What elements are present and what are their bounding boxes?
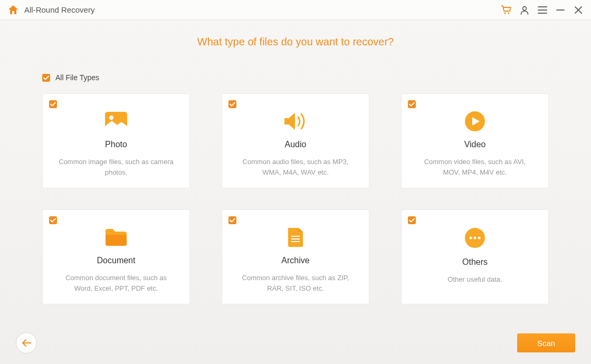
title-bar: All-Round Recovery	[0, 0, 591, 20]
card-video-title: Video	[464, 140, 486, 149]
card-photo-title: Photo	[105, 140, 127, 149]
all-file-types-checkbox[interactable]	[42, 74, 50, 82]
audio-icon	[283, 110, 308, 132]
cards-grid: Photo Common image files, such as camera…	[42, 93, 549, 304]
card-document-title: Document	[97, 256, 136, 265]
folder-icon	[104, 226, 128, 248]
card-photo[interactable]: Photo Common image files, such as camera…	[42, 93, 190, 188]
home-icon[interactable]	[7, 5, 19, 15]
card-video-checkbox[interactable]	[408, 100, 416, 108]
cart-icon[interactable]	[501, 5, 512, 15]
card-photo-desc: Common image files, such as camera photo…	[58, 157, 174, 177]
scan-button[interactable]: Scan	[517, 333, 575, 352]
user-icon[interactable]	[519, 5, 530, 15]
back-button[interactable]	[16, 332, 37, 353]
svg-point-2	[523, 6, 527, 10]
card-others-title: Others	[462, 257, 488, 267]
app-title: All-Round Recovery	[24, 5, 94, 14]
card-photo-checkbox[interactable]	[49, 100, 57, 108]
card-archive-desc: Common archive files, such as ZIP, RAR, …	[237, 273, 354, 293]
card-others-desc: Other useful data.	[447, 274, 502, 285]
svg-point-16	[470, 237, 472, 240]
card-audio-desc: Common audio files, such as MP3, WMA, M4…	[237, 157, 354, 177]
all-file-types-row: All File Types	[42, 73, 549, 82]
title-left: All-Round Recovery	[7, 5, 94, 15]
card-document-checkbox[interactable]	[49, 216, 57, 224]
card-archive-title: Archive	[281, 256, 309, 265]
card-archive-checkbox[interactable]	[228, 216, 236, 224]
ellipsis-circle-icon	[464, 226, 485, 250]
title-right	[501, 5, 584, 15]
main-content: What type of files do you want to recove…	[0, 20, 591, 304]
card-video[interactable]: Video Common video files, such as AVI, M…	[401, 93, 549, 188]
svg-point-17	[474, 237, 476, 240]
card-video-desc: Common video files, such as AVI, MOV, MP…	[417, 157, 533, 177]
card-audio-title: Audio	[285, 140, 307, 149]
svg-point-18	[478, 237, 481, 240]
svg-point-0	[504, 12, 506, 14]
minimize-icon[interactable]	[555, 5, 566, 15]
card-others-checkbox[interactable]	[408, 216, 416, 224]
close-icon[interactable]	[573, 5, 584, 15]
footer: Scan	[0, 332, 591, 353]
svg-point-1	[508, 12, 510, 14]
page-heading: What type of files do you want to recove…	[42, 36, 549, 48]
video-icon	[464, 110, 485, 132]
card-audio[interactable]: Audio Common audio files, such as MP3, W…	[222, 93, 369, 188]
menu-icon[interactable]	[537, 5, 548, 15]
svg-point-10	[109, 116, 113, 120]
card-document[interactable]: Document Common document files, such as …	[42, 209, 190, 304]
archive-file-icon	[287, 226, 304, 248]
card-audio-checkbox[interactable]	[228, 100, 236, 108]
card-others[interactable]: Others Other useful data.	[401, 209, 549, 304]
card-archive[interactable]: Archive Common archive files, such as ZI…	[222, 209, 369, 304]
all-file-types-label: All File Types	[55, 73, 99, 82]
photo-icon	[104, 110, 128, 132]
card-document-desc: Common document files, such as Word, Exc…	[58, 273, 174, 293]
